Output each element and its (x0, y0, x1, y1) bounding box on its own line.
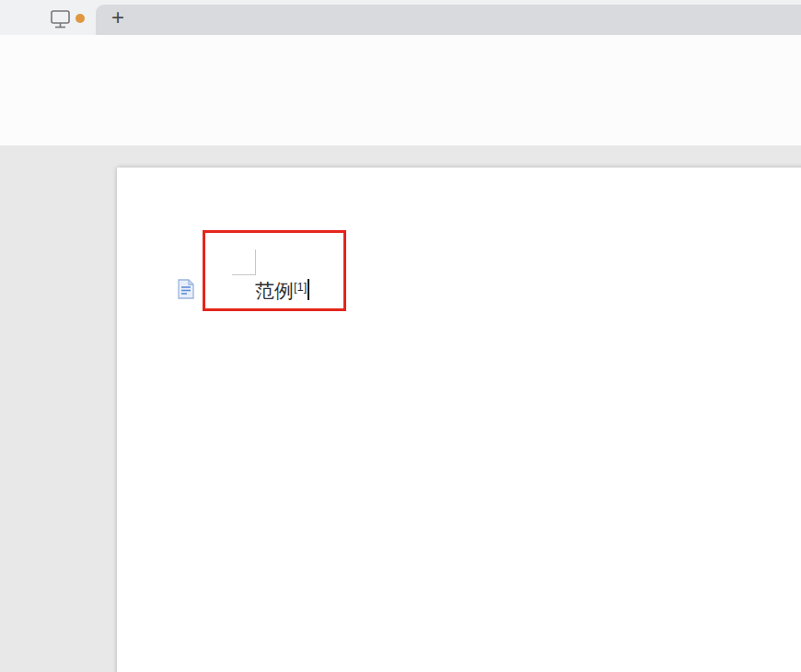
new-tab-button[interactable]: + (104, 3, 132, 32)
tab-strip-background (96, 5, 801, 35)
unsaved-indicator-dot (75, 14, 85, 23)
ribbon-toolbar: 格式刷 Calibri (正文) 小四 A⁺ A⁻ wén 文 B I U A … (0, 72, 801, 146)
ribbon-tab-row: 开始 插入 页面布局 引用 审阅 视图 章节 开 (0, 35, 801, 72)
document-area[interactable]: 范例[1] (0, 145, 801, 672)
window-tab-bar: + (0, 0, 801, 35)
monitor-icon (50, 8, 72, 30)
autocorrect-options-icon[interactable] (176, 278, 196, 300)
annotation-red-rectangle (203, 230, 346, 311)
